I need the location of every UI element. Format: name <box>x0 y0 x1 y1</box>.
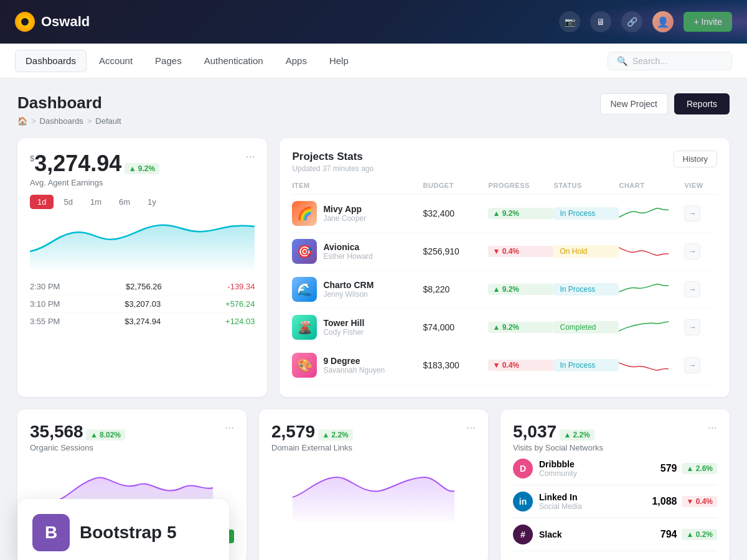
earnings-label: Avg. Agent Earnings <box>30 178 159 187</box>
time-1d[interactable]: 1d <box>30 195 54 209</box>
projects-title: Projects Stats <box>292 151 374 163</box>
slack-name: Slack <box>539 530 562 539</box>
nav-links: Dashboards Account Pages Authentication … <box>15 44 359 78</box>
main-content: Dashboard 🏠 > Dashboards > Default New P… <box>0 78 747 560</box>
9degree-chart <box>619 357 669 374</box>
9degree-view-btn[interactable]: → <box>684 357 700 373</box>
page-header: Dashboard 🏠 > Dashboards > Default New P… <box>17 93 730 126</box>
social-label: Visits by Social Networks <box>513 443 603 452</box>
social-menu[interactable]: ··· <box>708 422 717 433</box>
new-project-button[interactable]: New Project <box>600 93 668 114</box>
external-badge: ▲ 2.2% <box>318 429 353 441</box>
col-status: STATUS <box>553 182 619 189</box>
slack-icon: # <box>513 525 533 544</box>
mivy-view-btn[interactable]: → <box>684 205 700 222</box>
earnings-card: $3,274.94 ▲ 9.2% Avg. Agent Earnings ···… <box>17 138 267 397</box>
history-button[interactable]: History <box>674 151 717 167</box>
projects-card: Projects Stats Updated 37 minutes ago Hi… <box>280 138 730 397</box>
social-badge: ▲ 2.2% <box>560 429 594 441</box>
cards-row-1: $3,274.94 ▲ 9.2% Avg. Agent Earnings ···… <box>17 138 730 397</box>
camera-icon[interactable]: 📷 <box>559 11 580 32</box>
time-filters: 1d 5d 1m 6m 1y <box>30 195 255 209</box>
avionica-view-btn[interactable]: → <box>684 243 700 259</box>
project-row-mivy: 🌈 Mivy App Jane Cooper $32,400 ▲ 9.2% In… <box>292 195 717 233</box>
linkedin-name: Linked In <box>539 492 582 502</box>
nav-pages[interactable]: Pages <box>145 50 192 72</box>
organic-label: Organic Sessions <box>30 443 125 452</box>
top-bar: Oswald 📷 🖥 🔗 👤 + Invite <box>0 0 747 44</box>
logo-icon <box>15 12 35 32</box>
tower-thumb: 🌋 <box>292 315 317 340</box>
stats-table: 2:30 PM $2,756.26 -139.34 3:10 PM $3,207… <box>30 278 255 330</box>
social-item-slack: # Slack 794 ▲ 0.2% <box>513 518 717 551</box>
col-progress: PROGRESS <box>488 182 553 189</box>
linkedin-type: Social Media <box>539 502 582 511</box>
breadcrumb-default: Default <box>95 116 121 126</box>
organic-menu[interactable]: ··· <box>225 422 234 433</box>
reports-button[interactable]: Reports <box>674 93 730 114</box>
monitor-icon[interactable]: 🖥 <box>590 11 611 32</box>
card-menu-icon[interactable]: ··· <box>245 151 255 162</box>
organic-badge: ▲ 8.02% <box>86 429 125 441</box>
mivy-chart <box>619 205 669 222</box>
stats-row-1: 2:30 PM $2,756.26 -139.34 <box>30 278 255 295</box>
dribbble-name: Dribbble <box>539 459 577 469</box>
external-chart <box>271 460 476 522</box>
page-title-area: Dashboard 🏠 > Dashboards > Default <box>17 93 121 126</box>
col-item: ITEM <box>292 182 423 189</box>
social-card: 5,037 ▲ 2.2% Visits by Social Networks ·… <box>500 409 730 560</box>
charto-thumb: 🌊 <box>292 277 317 302</box>
search-box[interactable]: 🔍 Search... <box>608 52 732 70</box>
avatar[interactable]: 👤 <box>652 11 674 32</box>
bootstrap-icon: B <box>32 514 70 551</box>
time-5d[interactable]: 5d <box>56 195 80 209</box>
charto-chart <box>619 281 669 298</box>
status-mivy: In Process <box>553 207 619 220</box>
earnings-chart <box>30 214 255 270</box>
breadcrumb-home-icon: 🏠 <box>17 116 27 126</box>
nav-bar: Dashboards Account Pages Authentication … <box>0 44 747 78</box>
page-title: Dashboard <box>17 93 121 113</box>
slack-badge: ▲ 0.2% <box>682 529 717 540</box>
top-bar-actions: 📷 🖥 🔗 👤 + Invite <box>559 11 732 32</box>
time-6m[interactable]: 6m <box>111 195 138 209</box>
bootstrap-text: Bootstrap 5 <box>80 523 177 543</box>
logo-area: Oswald <box>15 12 90 32</box>
bootstrap-card: B Bootstrap 5 <box>17 499 229 560</box>
nav-apps[interactable]: Apps <box>276 50 317 72</box>
nav-dashboards[interactable]: Dashboards <box>15 50 87 72</box>
logo-text: Oswald <box>41 14 90 30</box>
invite-button[interactable]: + Invite <box>684 12 732 32</box>
dribbble-type: Community <box>539 469 577 478</box>
share-icon[interactable]: 🔗 <box>621 11 642 32</box>
organic-amount: 35,568 <box>30 422 83 441</box>
nav-account[interactable]: Account <box>89 50 143 72</box>
dribbble-badge: ▲ 2.6% <box>682 463 717 474</box>
external-menu[interactable]: ··· <box>466 422 476 433</box>
nav-help[interactable]: Help <box>319 50 359 72</box>
external-card: 2,579 ▲ 2.2% Domain External Links ··· <box>259 409 488 560</box>
tower-view-btn[interactable]: → <box>684 319 700 335</box>
dribbble-icon: D <box>513 459 533 478</box>
earnings-badge: ▲ 9.2% <box>125 163 159 174</box>
mivy-thumb: 🌈 <box>292 201 317 226</box>
slack-value: 794 <box>660 529 677 540</box>
nav-authentication[interactable]: Authentication <box>194 50 273 72</box>
projects-thead: ITEM BUDGET PROGRESS STATUS CHART VIEW <box>292 182 717 195</box>
projects-subtitle: Updated 37 minutes ago <box>292 164 374 173</box>
project-row-tower: 🌋 Tower Hill Cody Fisher $74,000 ▲ 9.2% … <box>292 309 717 347</box>
charto-view-btn[interactable]: → <box>684 281 700 297</box>
stats-row-2: 3:10 PM $3,207.03 +576.24 <box>30 295 255 312</box>
earnings-amount: 3,274.94 <box>34 151 121 176</box>
projects-table: ITEM BUDGET PROGRESS STATUS CHART VIEW 🌈… <box>292 182 717 385</box>
time-1y[interactable]: 1y <box>140 195 164 209</box>
search-icon: 🔍 <box>617 56 627 66</box>
breadcrumb-dashboards[interactable]: Dashboards <box>40 116 83 126</box>
time-1m[interactable]: 1m <box>83 195 109 209</box>
status-avionica: On Hold <box>553 245 619 258</box>
linkedin-badge: ▼ 0.4% <box>682 496 717 507</box>
dribbble-value: 579 <box>660 463 677 474</box>
external-amount: 2,579 <box>271 422 315 441</box>
col-view: VIEW <box>684 182 717 189</box>
social-item-linkedin: in Linked In Social Media 1,088 ▼ 0.4% <box>513 485 717 518</box>
